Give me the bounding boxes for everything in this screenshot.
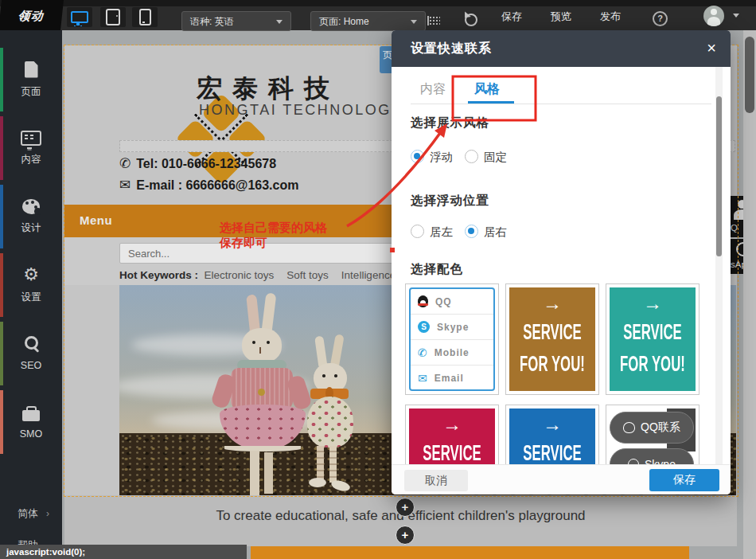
- chevron-down-icon: [411, 20, 417, 24]
- page-icon: [25, 61, 38, 78]
- display-style-heading: 选择展示风格: [411, 115, 489, 131]
- phone-icon: ✆: [119, 156, 131, 171]
- color-swatch-contact-list[interactable]: QQ S Skype ✆ Mobile ✉ Email: [405, 283, 499, 395]
- app-logo[interactable]: 领动: [0, 0, 64, 30]
- page-scrollbar[interactable]: [743, 30, 756, 559]
- sidebar-item-smo[interactable]: SMO: [0, 389, 62, 455]
- site-tel-line: ✆Tel: 010-6666-12345678: [119, 155, 276, 172]
- envelope-icon: ✉: [418, 372, 427, 385]
- skype-icon: S: [418, 321, 430, 333]
- qq-outline-icon: [623, 422, 635, 433]
- desktop-icon: [71, 11, 88, 23]
- device-mobile-button[interactable]: [132, 7, 158, 27]
- modal-header: 设置快速联系 ×: [392, 30, 731, 67]
- status-bar: javascript:void(0);: [0, 545, 247, 559]
- tab-divider: [411, 104, 711, 104]
- qq-contact-pill: QQ联系: [610, 412, 694, 444]
- sidebar-partial-item[interactable]: 帮助: [18, 538, 38, 545]
- palette-icon: [22, 199, 40, 214]
- language-select-value: 语种: 英语: [190, 16, 234, 27]
- cancel-button[interactable]: 取消: [404, 470, 468, 491]
- arrow-right-icon: →: [409, 413, 495, 436]
- device-desktop-button[interactable]: [67, 7, 92, 27]
- contact-row-qq: QQ: [411, 289, 493, 315]
- publish-button[interactable]: 发布: [600, 10, 621, 24]
- avatar[interactable]: [703, 6, 724, 26]
- radio-right-label[interactable]: 居右: [484, 225, 507, 240]
- radio-float-label[interactable]: 浮动: [430, 150, 453, 165]
- hot-keywords-label: Hot Keywords :: [119, 269, 198, 281]
- sidebar-item-settings[interactable]: ⚙ 设置: [0, 252, 62, 319]
- contact-row-skype: S Skype: [411, 315, 493, 340]
- contact-row-mobile: ✆ Mobile: [411, 340, 493, 366]
- page-select-value: 页面: Home: [319, 16, 369, 27]
- editor-toolbar: 领动 语种: 英语 页面: Home 保存 预览 发布 ?: [0, 0, 756, 30]
- color-swatch-brown[interactable]: → SERVICE FOR YOU!: [505, 283, 599, 395]
- history-icon[interactable]: [465, 14, 477, 26]
- site-email: E-mail : 6666666@163.com: [136, 178, 298, 192]
- modal-title: 设置快速联系: [411, 41, 492, 57]
- page-select[interactable]: 页面: Home: [310, 11, 426, 31]
- site-email-line: ✉E-mail : 6666666@163.com: [119, 177, 298, 194]
- radio-left-label[interactable]: 居左: [430, 225, 453, 240]
- radio-fixed[interactable]: [465, 150, 478, 163]
- qq-icon: [418, 295, 428, 307]
- chevron-right-icon: ›: [46, 508, 49, 519]
- arrow-right-icon: →: [610, 292, 696, 315]
- annotation-text: 选择自己需要的风格 保存即可: [220, 220, 327, 250]
- radio-left[interactable]: [411, 225, 424, 238]
- help-icon[interactable]: ?: [653, 11, 668, 26]
- save-button[interactable]: 保存: [649, 469, 719, 491]
- preview-button[interactable]: 预览: [551, 10, 571, 24]
- tab-style[interactable]: 风格: [474, 81, 500, 98]
- modal-scrollbar[interactable]: [715, 67, 723, 464]
- briefcase-icon: [22, 410, 40, 421]
- arrow-right-icon: →: [509, 292, 595, 315]
- modal-scrollbar-thumb[interactable]: [716, 96, 722, 256]
- sidebar-item-pages[interactable]: 页面: [0, 46, 62, 113]
- account-chevron-icon[interactable]: [733, 14, 739, 18]
- sidebar-item-content[interactable]: 内容: [0, 115, 62, 182]
- mobile-icon: [139, 9, 151, 25]
- editor-sidebar: 页面 内容 设计 ⚙ 设置 SEO SMO 简体›: [0, 30, 62, 545]
- contact-row-email: ✉ Email: [411, 366, 493, 390]
- save-button[interactable]: 保存: [501, 10, 522, 24]
- add-section-button[interactable]: +: [396, 526, 415, 545]
- company-name-en: HONGTAI TECHNOLOGY: [199, 102, 403, 119]
- quick-contact-modal: 设置快速联系 × 内容 风格 选择展示风格 浮动 固定 选择浮动位置 居左 居右…: [392, 30, 731, 494]
- language-select[interactable]: 语种: 英语: [181, 11, 291, 31]
- close-icon[interactable]: ×: [707, 38, 716, 57]
- sidebar-item-seo[interactable]: SEO: [0, 320, 62, 387]
- float-position-heading: 选择浮动位置: [411, 193, 489, 209]
- app-window: 宏泰科技 HONGTAI TECHNOLOGY ✆Tel: 010-6666-1…: [0, 0, 756, 559]
- device-tablet-button[interactable]: [100, 7, 126, 27]
- modal-footer: 取消 保存: [392, 464, 731, 494]
- site-tel: Tel: 010-6666-12345678: [136, 157, 276, 170]
- menu-label[interactable]: Menu: [80, 213, 112, 227]
- page-scrollbar-thumb[interactable]: [745, 37, 754, 113]
- envelope-icon: ✉: [119, 178, 131, 193]
- hot-keyword[interactable]: Electronic toys: [205, 269, 275, 281]
- phone-icon: ✆: [418, 346, 427, 359]
- search-icon: [25, 336, 38, 350]
- color-scheme-heading: 选择配色: [411, 261, 463, 278]
- hot-keywords: Hot Keywords : Electronic toysSoft toysI…: [119, 269, 431, 281]
- radio-right[interactable]: [465, 225, 478, 238]
- sidebar-item-design[interactable]: 设计: [0, 183, 62, 250]
- add-section-button[interactable]: +: [396, 498, 415, 517]
- tab-content[interactable]: 内容: [420, 81, 446, 98]
- content-icon: [21, 131, 41, 146]
- rabbit-doll-small: [299, 336, 375, 495]
- gear-icon: ⚙: [23, 266, 39, 283]
- grid-view-icon[interactable]: [427, 16, 440, 25]
- radio-fixed-label[interactable]: 固定: [484, 150, 507, 165]
- site-bottom-bar: [251, 546, 689, 559]
- radio-float[interactable]: [411, 150, 424, 163]
- hot-keyword[interactable]: Soft toys: [286, 269, 329, 281]
- chevron-down-icon: [276, 20, 283, 24]
- sidebar-language-switch[interactable]: 简体›: [18, 506, 49, 521]
- color-swatch-teal[interactable]: → SERVICE FOR YOU!: [606, 283, 699, 395]
- tablet-icon: [106, 9, 120, 25]
- arrow-right-icon: →: [509, 413, 595, 436]
